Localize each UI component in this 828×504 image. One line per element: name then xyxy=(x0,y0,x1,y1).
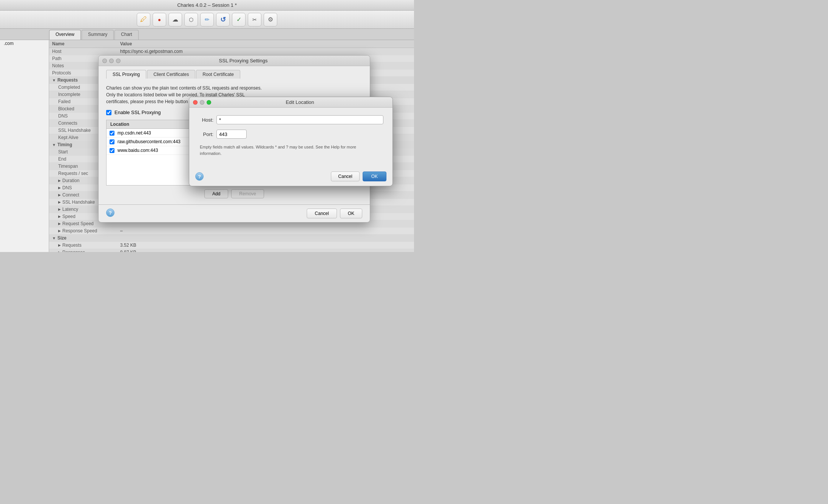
tl-maximize-btn[interactable] xyxy=(116,59,120,63)
edit-help-btn[interactable]: ? xyxy=(195,172,204,181)
refresh-btn[interactable]: ↺ xyxy=(216,13,230,26)
ssl-dialog-footer: ? Cancel OK xyxy=(99,204,370,222)
edit-cancel-btn[interactable]: Cancel xyxy=(331,172,359,181)
tab-chart[interactable]: Chart xyxy=(114,30,138,40)
edit-ok-btn[interactable]: OK xyxy=(363,172,386,181)
ssl-location-value-2: www.baidu.com:443 xyxy=(117,148,158,153)
tl-close-btn[interactable] xyxy=(102,59,107,63)
host-label: Host: xyxy=(198,117,213,123)
ssl-remove-btn[interactable]: Remove xyxy=(231,189,264,198)
tl-minimize-btn[interactable] xyxy=(109,59,114,63)
edit-tl-maximize[interactable] xyxy=(207,100,211,105)
ssl-cancel-btn[interactable]: Cancel xyxy=(307,209,337,218)
ssl-location-checkbox-1[interactable] xyxy=(110,139,114,144)
ssl-dialog-titlebar: SSL Proxying Settings xyxy=(99,56,370,66)
tab-overview[interactable]: Overview xyxy=(49,30,81,40)
ssl-location-value-1: raw.githubusercontent.com:443 xyxy=(117,139,181,144)
ssl-tab-proxying[interactable]: SSL Proxying xyxy=(106,70,146,79)
record-btn[interactable]: ● xyxy=(153,13,166,26)
edit-dialog-titlebar: Edit Location xyxy=(189,97,392,108)
sidebar: .com xyxy=(0,40,49,252)
edit-tl-minimize[interactable] xyxy=(200,100,204,105)
ssl-buttons: Add Remove xyxy=(106,189,362,198)
edit-dialog-title: Edit Location xyxy=(211,99,389,105)
ssl-tab-client-certs[interactable]: Client Certificates xyxy=(147,70,195,79)
ssl-help-btn[interactable]: ? xyxy=(106,209,114,217)
window-title: Charles 4.0.2 – Session 1 * xyxy=(177,2,237,8)
check-btn[interactable]: ✓ xyxy=(232,13,246,26)
footer-spacer xyxy=(117,209,304,218)
ssl-dialog-title: SSL Proxying Settings xyxy=(120,58,366,63)
pen-tool-btn[interactable]: 🖊 xyxy=(137,13,150,26)
content-panel: Name Value Host https://sync-xi.getpostm… xyxy=(49,40,414,252)
main-area: .com Name Value Host https://sync-xi.get… xyxy=(0,40,414,252)
cloud-btn[interactable]: ☁ xyxy=(168,13,182,26)
tabbar: Overview Summary Chart xyxy=(0,29,414,40)
ssl-tab-root-cert[interactable]: Root Certificate xyxy=(196,70,240,79)
host-input[interactable] xyxy=(216,115,383,124)
edit-tl-close[interactable] xyxy=(193,100,198,105)
port-field-row: Port: xyxy=(198,130,383,139)
hint-text: Empty fields match all values. Wildcards… xyxy=(198,144,383,156)
edit-dialog-footer: ? Cancel OK xyxy=(189,169,392,186)
toolbar: 🖊 ● ☁ ⬡ ✏ ↺ ✓ ✂ ⚙ xyxy=(0,11,414,29)
sidebar-com-label: .com xyxy=(0,40,49,47)
enable-ssl-label: Enable SSL Proxying xyxy=(114,110,161,115)
enable-ssl-checkbox[interactable] xyxy=(106,110,111,115)
ssl-location-checkbox-2[interactable] xyxy=(110,148,114,153)
host-field-row: Host: xyxy=(198,115,383,124)
ssl-location-value-0: mp.csdn.net:443 xyxy=(117,130,151,136)
ssl-add-btn[interactable]: Add xyxy=(204,189,228,198)
edit-traffic-lights xyxy=(193,100,211,105)
edit-dialog-body: Host: Port: Empty fields match all value… xyxy=(189,108,392,169)
ssl-ok-btn[interactable]: OK xyxy=(340,209,362,218)
stop-btn[interactable]: ⬡ xyxy=(184,13,198,26)
port-input[interactable] xyxy=(216,130,247,139)
edit-btn[interactable]: ✏ xyxy=(200,13,214,26)
titlebar: Charles 4.0.2 – Session 1 * xyxy=(0,0,414,11)
ssl-dialog-tabs: SSL Proxying Client Certificates Root Ce… xyxy=(99,66,370,79)
ssl-location-checkbox-0[interactable] xyxy=(110,131,114,136)
tools-btn[interactable]: ✂ xyxy=(248,13,261,26)
settings-btn[interactable]: ⚙ xyxy=(264,13,277,26)
port-label: Port: xyxy=(198,131,213,137)
tab-summary[interactable]: Summary xyxy=(82,30,114,40)
ssl-traffic-lights xyxy=(102,59,120,63)
edit-location-dialog: Edit Location Host: Port: Empty fields m… xyxy=(189,97,393,186)
